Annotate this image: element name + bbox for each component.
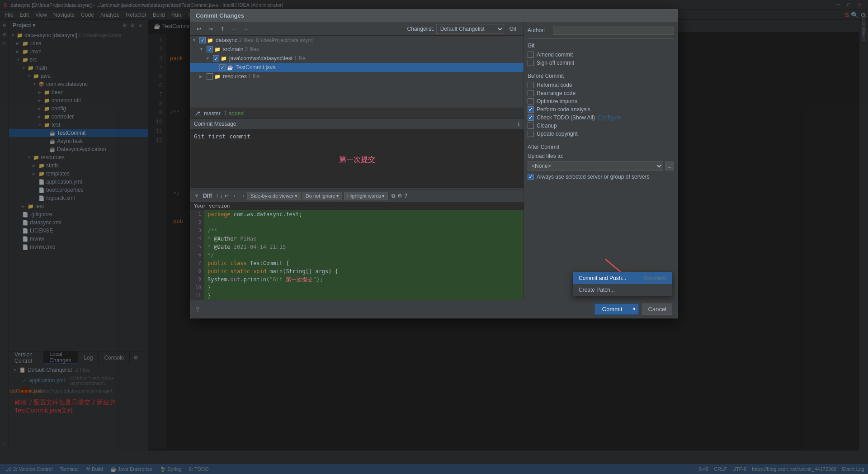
signoff-label[interactable]: Sign-off commit — [537, 60, 574, 66]
dialog-right: Author: Git Amend commit Sign-off commit… — [524, 22, 678, 300]
changelist-selector: Changelist: Default Changelist — [407, 24, 504, 34]
commit-message-input[interactable]: Git first commit — [190, 129, 524, 188]
dft-folder-icon2: 📁 — [214, 46, 221, 53]
diff-highlight-arrow: ▾ — [382, 193, 385, 199]
commit-push-item[interactable]: Commit and Push... Ctrl+Alt+K — [573, 272, 672, 284]
diff-label: Diff — [203, 193, 212, 199]
rearrange-label[interactable]: Rearrange code — [537, 90, 576, 96]
option-optimize: Optimize imports — [528, 98, 674, 104]
diff-line-11: 11 } — [190, 292, 524, 300]
diff-nav-left[interactable]: ← — [233, 193, 238, 199]
diff-viewer-btn[interactable]: Side-by-side viewer ▾ — [247, 192, 301, 200]
dft-folder-icon4: 📁 — [214, 73, 221, 80]
help-btn[interactable]: ? — [196, 306, 199, 313]
author-input[interactable] — [553, 26, 674, 35]
diff-line-1: 1 package com.ws.datasync.test; — [190, 210, 524, 218]
option-copyright: Update copyright — [528, 131, 674, 137]
dft-javapath[interactable]: ▼ ✓ 📁 java\com\ws\datasync\test 1 file — [190, 54, 524, 63]
after-commit-title: After Commit — [528, 144, 674, 150]
diff-nav-prev[interactable]: ↵ — [225, 193, 229, 199]
toolbar-btn-forward[interactable]: ↪ — [206, 24, 216, 34]
commit-dropdown-btn[interactable]: ▾ — [630, 303, 639, 315]
diff-copy-btn[interactable]: ⧉ — [392, 193, 396, 199]
toolbar-btn-top[interactable]: ⤒ — [217, 24, 227, 34]
rearrange-checkbox[interactable] — [528, 90, 534, 96]
amend-label[interactable]: Amend commit — [537, 52, 573, 58]
cleanup-label[interactable]: Cleanup — [537, 123, 557, 129]
dft-checkbox-java[interactable]: ✓ — [213, 55, 219, 62]
upload-dropdown[interactable]: <None> — [528, 161, 663, 171]
todo-label[interactable]: Check TODO (Show All) — [537, 114, 595, 121]
diff-ignore-btn[interactable]: Do not ignore ▾ — [302, 192, 342, 200]
upload-row: <None> ... — [528, 161, 674, 171]
dft-checkbox-resources[interactable] — [207, 73, 213, 80]
dft-checkbox-datasync[interactable]: ✓ — [199, 37, 206, 43]
diff-line-5: 5 * @Date 2021-04-14 21:15 — [190, 243, 524, 251]
commit-push-dropdown: Commit and Push... Ctrl+Alt+K Create Pat… — [573, 272, 672, 296]
divider-1 — [528, 38, 674, 39]
copyright-label[interactable]: Update copyright — [537, 131, 578, 137]
dft-resources[interactable]: ▶ 📁 resources 1 file — [190, 72, 524, 81]
toolbar-btn-right[interactable]: → — [241, 24, 251, 34]
diff-line-6: 6 */ — [190, 251, 524, 259]
dft-checkbox-srcmain[interactable]: ✓ — [207, 46, 213, 52]
always-use-checkbox[interactable]: ✓ — [528, 174, 534, 180]
diff-nav-up[interactable]: ↑ — [216, 193, 218, 199]
amend-checkbox[interactable] — [528, 52, 534, 58]
dft-checkbox-testcommit[interactable]: ✓ — [219, 64, 226, 71]
commit-msg-icon[interactable]: ℹ — [518, 121, 520, 127]
diff-help-btn[interactable]: ? — [404, 193, 407, 199]
dialog-left: ↩ ↪ ⤒ ← → Changelist: Default Changelist… — [190, 22, 524, 300]
dialog-footer: ? Commit ▾ Cancel — [190, 300, 678, 318]
copyright-checkbox[interactable] — [528, 131, 534, 137]
reformat-label[interactable]: Reformat code — [537, 82, 572, 88]
toolbar-btn-back[interactable]: ↩ — [194, 24, 204, 34]
changelist-label: Changelist: — [407, 26, 434, 32]
perform-checkbox[interactable]: ✓ — [528, 106, 534, 113]
option-todo: ✓ Check TODO (Show All) Configure — [528, 114, 674, 121]
dialog-title: Commit Changes — [196, 12, 244, 19]
dft-srcmain[interactable]: ▼ ✓ 📁 src\main 2 files — [190, 45, 524, 54]
diff-viewer-label: Side-by-side viewer — [250, 193, 294, 199]
diff-collapse-btn[interactable]: ▼ — [194, 193, 199, 199]
todo-checkbox[interactable]: ✓ — [528, 114, 534, 121]
diff-nav-down[interactable]: ↓ — [220, 193, 223, 199]
diff-highlight-label: Highlight words — [347, 193, 381, 199]
commit-dialog: Commit Changes ↩ ↪ ⤒ ← → Changelist: Def… — [190, 9, 678, 318]
signoff-checkbox[interactable] — [528, 60, 534, 66]
reformat-checkbox[interactable] — [528, 82, 534, 88]
option-signoff: Sign-off commit — [528, 60, 674, 66]
branch-icon: ⎇ — [194, 110, 200, 117]
commit-button[interactable]: Commit — [594, 303, 630, 315]
optimize-label[interactable]: Optimize imports — [537, 98, 577, 104]
diff-settings-btn[interactable]: ⚙ — [397, 193, 402, 199]
option-rearrange: Rearrange code — [528, 90, 674, 96]
diff-lines: 1 package com.ws.datasync.test; 2 3 /** — [190, 210, 524, 300]
diff-nav-right[interactable]: → — [240, 193, 245, 199]
branch-name: master — [204, 110, 221, 117]
author-label: Author: — [528, 27, 550, 33]
commit-btn-group: Commit ▾ — [594, 303, 639, 315]
changelist-dropdown[interactable]: Default Changelist — [436, 24, 504, 34]
diff-viewer-arrow: ▾ — [295, 193, 297, 199]
always-use-label: Always use selected server or group of s… — [537, 174, 649, 180]
create-patch-item[interactable]: Create Patch... — [573, 284, 672, 296]
dft-datasync[interactable]: ▼ ✓ 📁 datasync 2 files D:\IdeaProject/da… — [190, 36, 524, 45]
divider-2 — [528, 69, 674, 69]
configure-link[interactable]: Configure — [598, 114, 621, 121]
diff-ignore-label: Do not ignore — [306, 193, 335, 199]
cleanup-checkbox[interactable] — [528, 123, 534, 129]
optimize-checkbox[interactable] — [528, 98, 534, 104]
dft-folder-icon: 📁 — [207, 37, 214, 44]
divider-3 — [528, 140, 674, 140]
dft-java-icon: ☕ — [226, 64, 234, 71]
diff-line-3: 3 /** — [190, 227, 524, 235]
diff-line-10: 10 } — [190, 284, 524, 292]
toolbar-btn-left[interactable]: ← — [229, 24, 239, 34]
perform-label[interactable]: Perform code analysis — [537, 106, 590, 113]
diff-highlight-btn[interactable]: Highlight words ▾ — [344, 192, 388, 200]
dft-testcommit[interactable]: ✓ ☕ TestCommit.java — [190, 63, 524, 72]
cancel-button[interactable]: Cancel — [642, 303, 672, 315]
git-branch-bar: ⎇ master 1 added — [190, 108, 524, 119]
upload-settings-btn[interactable]: ... — [665, 161, 674, 171]
